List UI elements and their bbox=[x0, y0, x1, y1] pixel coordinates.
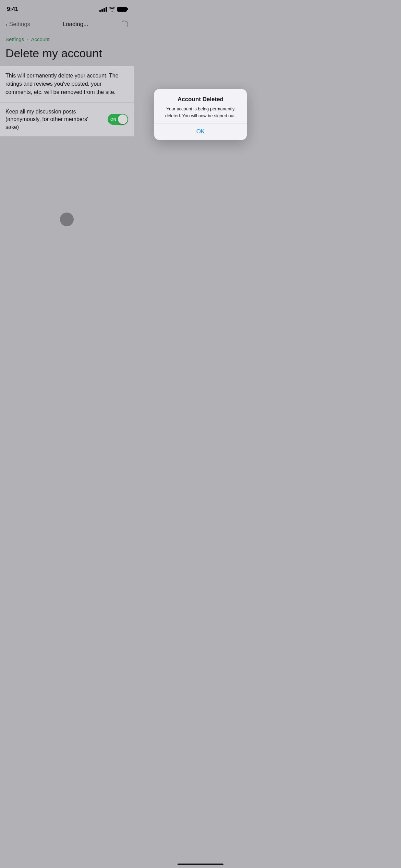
modal-overlay: Account Deleted Your account is being pe… bbox=[0, 0, 134, 289]
